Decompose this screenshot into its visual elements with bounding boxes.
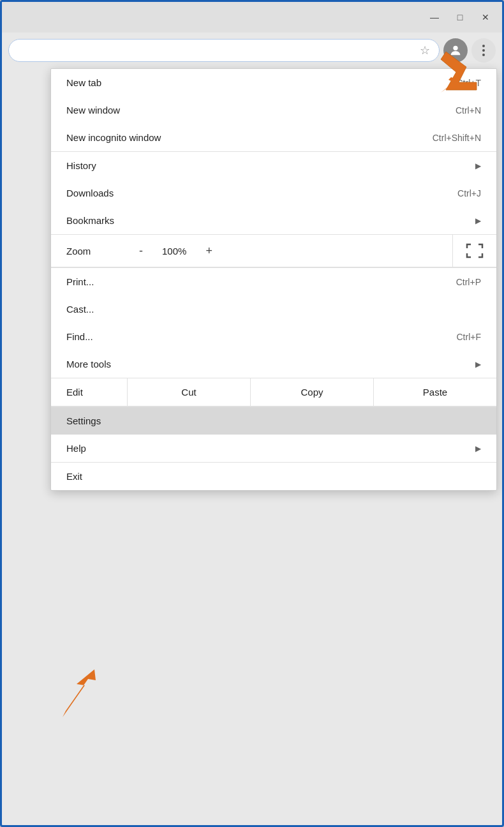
more-tools-label: More tools <box>66 359 111 369</box>
bookmark-icon[interactable]: ☆ <box>420 43 430 57</box>
menu-item-settings[interactable]: Settings <box>51 407 496 435</box>
more-tools-arrow-icon: ▶ <box>475 360 481 369</box>
menu-item-new-incognito[interactable]: New incognito window Ctrl+Shift+N <box>51 124 496 151</box>
minimize-button[interactable]: — <box>423 6 446 29</box>
menu-section-exit: Exit <box>51 463 496 490</box>
new-tab-label: New tab <box>66 77 101 88</box>
maximize-button[interactable]: □ <box>448 6 471 29</box>
url-input[interactable] <box>18 45 415 56</box>
new-incognito-label: New incognito window <box>66 132 161 143</box>
zoom-row: Zoom - 100% + <box>51 235 496 267</box>
menu-item-bookmarks[interactable]: Bookmarks ▶ <box>51 207 496 234</box>
dropdown-menu: New tab Ctrl+T New window Ctrl+N New inc… <box>50 68 497 491</box>
menu-item-cast[interactable]: Cast... <box>51 295 496 323</box>
address-bar-area: ☆ <box>2 33 502 68</box>
fullscreen-button[interactable] <box>452 235 496 267</box>
fullscreen-icon <box>466 243 484 258</box>
find-shortcut: Ctrl+F <box>457 332 482 342</box>
settings-label: Settings <box>66 415 101 426</box>
new-tab-shortcut: Ctrl+T <box>457 78 482 88</box>
new-incognito-shortcut: Ctrl+Shift+N <box>433 133 481 143</box>
downloads-shortcut: Ctrl+J <box>457 188 481 198</box>
menu-item-downloads[interactable]: Downloads Ctrl+J <box>51 179 496 207</box>
help-arrow-icon: ▶ <box>475 444 481 453</box>
bookmarks-label: Bookmarks <box>66 215 114 226</box>
dot-3 <box>482 54 485 56</box>
find-label: Find... <box>66 331 93 342</box>
new-window-label: New window <box>66 105 120 115</box>
zoom-increase-button[interactable]: + <box>194 236 224 266</box>
menu-section-zoom: Zoom - 100% + <box>51 235 496 268</box>
print-shortcut: Ctrl+P <box>456 277 481 287</box>
dot-2 <box>482 49 485 52</box>
menu-item-new-window[interactable]: New window Ctrl+N <box>51 96 496 124</box>
arrow-annotation-help <box>50 666 120 726</box>
menu-item-history[interactable]: History ▶ <box>51 152 496 179</box>
zoom-controls: - 100% + <box>128 236 452 266</box>
zoom-label: Zoom <box>51 237 128 265</box>
title-bar: — □ ✕ <box>2 2 502 33</box>
cast-label: Cast... <box>66 304 94 315</box>
chrome-menu-button[interactable] <box>471 38 496 63</box>
profile-button[interactable] <box>443 38 468 63</box>
address-bar: ☆ <box>8 39 440 62</box>
menu-section-new: New tab Ctrl+T New window Ctrl+N New inc… <box>51 69 496 152</box>
browser-window: GTT — □ ✕ ☆ <box>0 0 504 827</box>
edit-row: Edit Cut Copy Paste <box>51 378 496 406</box>
copy-button[interactable]: Copy <box>251 378 374 406</box>
cut-button[interactable]: Cut <box>128 378 251 406</box>
menu-item-print[interactable]: Print... Ctrl+P <box>51 268 496 295</box>
zoom-value: 100% <box>154 237 194 265</box>
downloads-label: Downloads <box>66 188 114 198</box>
help-label: Help <box>66 443 86 454</box>
menu-section-edit: Edit Cut Copy Paste <box>51 378 496 407</box>
svg-point-0 <box>453 46 457 50</box>
zoom-decrease-button[interactable]: - <box>128 236 154 266</box>
menu-item-help[interactable]: Help ▶ <box>51 435 496 462</box>
menu-item-more-tools[interactable]: More tools ▶ <box>51 350 496 378</box>
orange-arrow-help-svg <box>50 666 120 724</box>
menu-section-settings: Settings Help ▶ <box>51 407 496 463</box>
print-label: Print... <box>66 276 94 287</box>
new-window-shortcut: Ctrl+N <box>456 105 481 115</box>
menu-section-history: History ▶ Downloads Ctrl+J Bookmarks ▶ <box>51 152 496 235</box>
svg-marker-3 <box>63 669 96 717</box>
close-button[interactable]: ✕ <box>474 6 497 29</box>
menu-item-find[interactable]: Find... Ctrl+F <box>51 323 496 350</box>
exit-label: Exit <box>66 471 82 482</box>
bookmarks-arrow-icon: ▶ <box>475 216 481 225</box>
history-label: History <box>66 160 96 171</box>
history-arrow-icon: ▶ <box>475 161 481 170</box>
profile-icon <box>448 43 463 57</box>
edit-label: Edit <box>51 378 128 406</box>
dot-1 <box>482 45 485 47</box>
menu-item-new-tab[interactable]: New tab Ctrl+T <box>51 69 496 96</box>
menu-section-tools: Print... Ctrl+P Cast... Find... Ctrl+F M… <box>51 268 496 378</box>
menu-item-exit[interactable]: Exit <box>51 463 496 490</box>
paste-button[interactable]: Paste <box>374 378 496 406</box>
